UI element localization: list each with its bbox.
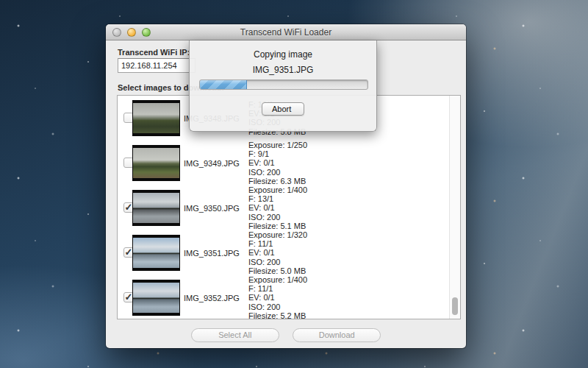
sheet-title: Copying image [190, 49, 376, 60]
exif-line: Exposure: 1/400 [248, 275, 307, 283]
exif-line: EV: 0/1 [248, 293, 307, 302]
image-filename: IMG_9352.JPG [184, 294, 240, 302]
exif-line: ISO: 200 [248, 213, 307, 222]
ip-label: Transcend WiFi IP: [118, 48, 190, 57]
exif-line: F: 9/1 [248, 149, 307, 158]
exif-line: EV: 0/1 [248, 203, 307, 212]
app-window: Transcend WiFi Loader Transcend WiFi IP:… [106, 24, 466, 348]
image-filename: IMG_9350.JPG [184, 204, 240, 213]
download-button[interactable]: Download [293, 328, 381, 342]
list-item[interactable]: IMG_9349.JPG Exposure: 1/250F: 9/1EV: 0/… [118, 141, 449, 185]
sheet-filename: IMG_9351.JPG [190, 65, 376, 75]
list-item[interactable]: ✓ IMG_9351.JPG Exposure: 1/320F: 11/1EV:… [118, 230, 449, 275]
exif-line: ISO: 200 [248, 302, 307, 311]
select-all-button[interactable]: Select All [191, 328, 279, 342]
exif-line: EV: 0/1 [248, 248, 307, 257]
exif-line: Exposure: 1/320 [248, 230, 307, 238]
image-thumbnail [132, 280, 180, 316]
progress-bar [199, 79, 368, 90]
scrollbar-thumb[interactable] [452, 297, 458, 315]
exif-line: F: 11/1 [248, 239, 307, 248]
exif-line: F: 13/1 [248, 194, 307, 203]
exif-info: Exposure: 1/400F: 13/1EV: 0/1ISO: 200Fil… [248, 185, 307, 230]
image-filename: IMG_9349.JPG [184, 159, 240, 168]
abort-button[interactable]: Abort [262, 102, 304, 116]
list-item[interactable]: ✓ IMG_9350.JPG Exposure: 1/400F: 13/1EV:… [118, 185, 449, 230]
exif-info: Exposure: 1/400F: 11/1EV: 0/1ISO: 200Fil… [248, 275, 307, 319]
copying-sheet: Copying image IMG_9351.JPG Abort [189, 40, 377, 132]
exif-line: Filesize: 5.2 MB [248, 311, 307, 319]
exif-line: Exposure: 1/400 [248, 185, 307, 194]
exif-info: Exposure: 1/320F: 11/1EV: 0/1ISO: 200Fil… [248, 230, 307, 275]
window-titlebar[interactable]: Transcend WiFi Loader [106, 24, 466, 40]
image-thumbnail [132, 190, 180, 226]
image-thumbnail [132, 145, 180, 181]
bottom-button-bar: Select All Download [106, 328, 466, 342]
exif-line: ISO: 200 [248, 258, 307, 266]
exif-info: Exposure: 1/250F: 9/1EV: 0/1ISO: 200File… [248, 140, 307, 185]
exif-line: F: 11/1 [248, 284, 307, 293]
image-thumbnail [132, 100, 180, 136]
progress-fill [200, 80, 247, 89]
exif-line: EV: 0/1 [248, 158, 307, 167]
exif-line: ISO: 200 [248, 168, 307, 177]
ip-input[interactable] [118, 58, 196, 73]
exif-line: Exposure: 1/250 [248, 140, 307, 149]
desktop-wallpaper: Transcend WiFi Loader Transcend WiFi IP:… [0, 0, 588, 368]
scrollbar-track[interactable] [449, 96, 460, 319]
list-item[interactable]: ✓ IMG_9352.JPG Exposure: 1/400F: 11/1EV:… [118, 275, 449, 319]
image-filename: IMG_9351.JPG [184, 249, 240, 258]
image-thumbnail [132, 235, 180, 271]
window-title: Transcend WiFi Loader [106, 27, 466, 38]
